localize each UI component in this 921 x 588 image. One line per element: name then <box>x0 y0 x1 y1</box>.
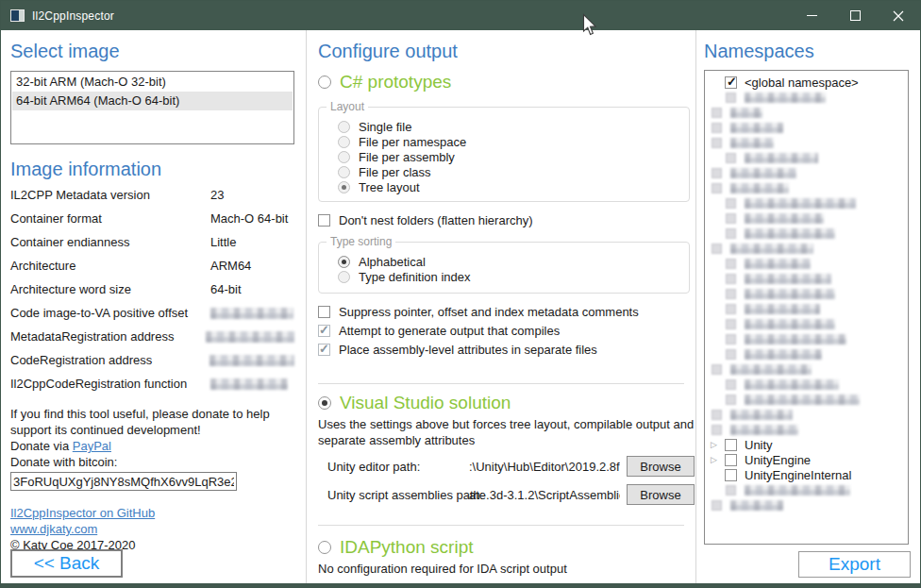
namespace-row-redacted <box>709 210 906 226</box>
content-area: Select image 32-bit ARM (Mach-O 32-bit)6… <box>1 30 920 583</box>
redacted-namespace-label <box>730 168 796 178</box>
info-row: ArchitectureARM64 <box>10 259 294 282</box>
flatten-hierarchy-checkbox[interactable]: Don't nest folders (flatten hierarchy) <box>318 213 695 227</box>
maximize-button[interactable] <box>833 1 877 30</box>
namespaces-list[interactable]: <global namespace>▷Unity▷UnityEngineUnit… <box>704 70 909 545</box>
info-label: CodeRegistration address <box>10 353 209 367</box>
idapython-script-radio[interactable]: IDAPython script <box>318 537 695 558</box>
redacted-checkbox <box>726 304 736 314</box>
checkbox-row[interactable]: Attempt to generate output that compiles <box>318 324 695 338</box>
export-button[interactable]: Export <box>798 551 911 578</box>
redacted-namespace-label <box>730 364 812 375</box>
namespace-row[interactable]: <global namespace> <box>709 75 906 90</box>
info-label: Architecture word size <box>10 282 210 296</box>
namespace-row-redacted <box>709 165 906 180</box>
layout-option[interactable]: File per assembly <box>338 149 681 164</box>
bitcoin-address-input[interactable] <box>10 472 237 491</box>
layout-option[interactable]: File per class <box>338 164 681 179</box>
redacted-namespace-label <box>745 228 835 239</box>
redacted-checkbox <box>712 425 722 435</box>
checkbox-icon <box>318 306 330 318</box>
redacted-checkbox <box>726 485 736 496</box>
github-link[interactable]: Il2CppInspector on GitHub <box>10 506 155 520</box>
image-info-table: IL2CPP Metadata version23Container forma… <box>10 188 294 400</box>
checkbox-row[interactable]: Suppress pointer, offset and index metad… <box>318 305 695 319</box>
unity-editor-path-value[interactable]: :\Unity\Hub\Editor\2019.2.8f1 <box>469 460 620 474</box>
visual-studio-solution-radio[interactable]: Visual Studio solution <box>318 393 695 413</box>
namespace-checkbox[interactable] <box>725 454 737 466</box>
namespace-row-redacted <box>709 482 906 497</box>
unity-script-assemblies-browse-button[interactable]: Browse <box>627 484 695 505</box>
namespace-row-redacted <box>709 105 906 120</box>
namespace-row-redacted <box>709 361 906 377</box>
expand-arrow-icon[interactable]: ▷ <box>711 452 725 467</box>
window-bottom-border <box>1 583 920 587</box>
radio-label: Alphabetical <box>359 255 426 269</box>
layout-option[interactable]: File per namespace <box>338 134 681 149</box>
image-list-item[interactable]: 32-bit ARM (Mach-O 32-bit) <box>12 73 293 92</box>
namespace-row-redacted <box>709 135 906 150</box>
info-row: CodeRegistration address <box>10 353 294 377</box>
checkbox-row[interactable]: Place assembly-level attributes in separ… <box>318 343 695 357</box>
unity-editor-path-label: Unity editor path: <box>327 460 469 474</box>
redacted-checkbox <box>726 379 736 390</box>
radio-label: File per namespace <box>359 135 466 149</box>
unity-editor-browse-button[interactable]: Browse <box>627 456 695 477</box>
redacted-checkbox <box>712 168 722 178</box>
redacted-namespace-label <box>745 259 811 269</box>
namespace-row-redacted <box>709 422 906 437</box>
redacted-namespace-label <box>745 289 835 299</box>
info-value: 23 <box>210 188 224 202</box>
namespace-row[interactable]: UnityEngineInternal <box>709 467 906 482</box>
website-link[interactable]: www.djkaty.com <box>10 522 97 536</box>
unity-script-assemblies-path-value[interactable]: ate.3d-3.1.2\ScriptAssemblies <box>469 488 620 502</box>
namespaces-panel: Namespaces <global namespace>▷Unity▷Unit… <box>696 30 920 583</box>
redacted-namespace-label <box>745 349 822 360</box>
paypal-link[interactable]: PayPal <box>73 439 111 453</box>
namespace-row-redacted <box>709 271 906 286</box>
csharp-prototypes-radio[interactable]: C# prototypes <box>318 72 695 92</box>
namespace-checkbox[interactable] <box>725 76 737 89</box>
info-label: Architecture <box>10 259 210 273</box>
namespace-label: UnityEngine <box>745 453 811 467</box>
info-value: ARM64 <box>210 259 251 273</box>
layout-groupbox-label: Layout <box>327 100 368 113</box>
info-row: Il2CppCodeRegistration function <box>10 377 294 400</box>
expand-arrow-icon[interactable]: ▷ <box>711 437 725 452</box>
redacted-namespace-label <box>745 92 826 103</box>
namespace-row-redacted <box>709 150 906 165</box>
layout-option[interactable]: Single file <box>338 119 681 134</box>
back-button[interactable]: << Back <box>10 549 123 578</box>
image-listbox[interactable]: 32-bit ARM (Mach-O 32-bit)64-bit ARM64 (… <box>10 71 294 144</box>
select-image-panel: Select image 32-bit ARM (Mach-O 32-bit)6… <box>1 30 306 583</box>
redacted-checkbox <box>726 274 736 284</box>
redacted-checkbox <box>712 364 722 375</box>
namespace-label: Unity <box>745 438 773 452</box>
separator <box>318 383 684 384</box>
minimize-button[interactable] <box>790 1 833 30</box>
redacted-value <box>209 355 294 366</box>
redacted-checkbox <box>712 138 722 148</box>
redacted-value <box>210 308 293 319</box>
type-sorting-option[interactable]: Type definition index <box>338 269 681 284</box>
namespaces-header: Namespaces <box>704 39 909 63</box>
donate-via-text: Donate via <box>10 439 73 453</box>
redacted-checkbox <box>726 153 736 163</box>
unity-script-assemblies-path-row: Unity script assemblies path: ate.3d-3.1… <box>327 484 695 505</box>
namespace-row-redacted <box>709 241 906 256</box>
minimize-icon <box>807 10 817 21</box>
image-list-item[interactable]: 64-bit ARM64 (Mach-O 64-bit) <box>12 92 293 110</box>
redacted-checkbox <box>712 500 722 511</box>
redacted-checkbox <box>726 228 736 239</box>
close-button[interactable] <box>877 1 920 30</box>
redacted-namespace-label <box>745 379 839 390</box>
layout-option[interactable]: Tree layout <box>338 179 681 194</box>
type-sorting-option[interactable]: Alphabetical <box>338 254 681 269</box>
namespace-row[interactable]: ▷Unity <box>709 437 906 452</box>
namespace-row-redacted <box>709 331 906 346</box>
layout-options: Single fileFile per namespaceFile per as… <box>328 119 681 194</box>
radio-icon <box>338 181 350 193</box>
namespace-row[interactable]: ▷UnityEngine <box>709 452 906 467</box>
namespace-checkbox[interactable] <box>725 439 737 451</box>
namespace-checkbox[interactable] <box>725 469 737 481</box>
